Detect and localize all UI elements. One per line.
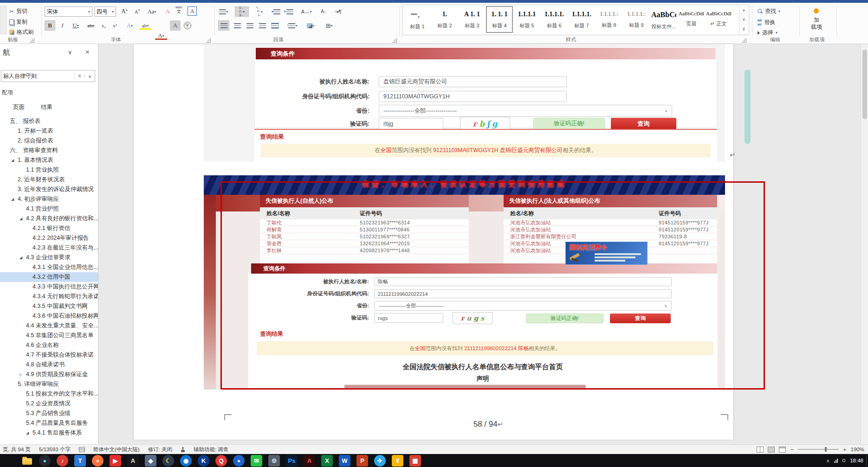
nav-item[interactable]: ◢4.2 具有良好的银行资信和... [0, 214, 98, 224]
numbering-button[interactable]: 1⎯2⎯3⎯▾ [235, 6, 249, 17]
style-cell-12[interactable]: AaBbCcDdE↵ 正文 [705, 6, 732, 33]
strikethrough-button[interactable]: abc [84, 20, 97, 31]
shrink-font-button[interactable]: A▾ [132, 6, 143, 17]
replace-button[interactable]: abac替换 [758, 18, 775, 26]
subscript-button[interactable]: x₂ [98, 20, 109, 31]
app-night-icon[interactable]: ☾ [162, 455, 174, 467]
status-track-changes[interactable]: 修订: 关闭 [148, 446, 172, 453]
search-clear-icon[interactable]: × [74, 73, 84, 79]
nav-item[interactable]: 4.2.2 2024年审计报告 [0, 233, 98, 243]
style-cell-8[interactable]: 1.1.1.1.:标题 8 [596, 6, 622, 33]
outline-expanded-icon[interactable]: ◢ [11, 194, 14, 204]
character-border-button[interactable]: A [188, 6, 197, 16]
zoom-percentage[interactable]: 190% [851, 447, 864, 452]
vertical-scrollbar[interactable] [861, 44, 868, 444]
app-settings-icon[interactable]: ⚙ [268, 455, 280, 467]
app-excel-icon[interactable]: X [321, 455, 333, 467]
change-case-button[interactable]: Aa▾ [145, 6, 159, 17]
outline-expanded-icon[interactable]: ◢ [26, 428, 29, 438]
nav-item[interactable]: 4.5 非集团公司三商黑名单 [0, 331, 98, 340]
font-size-combo[interactable]: 四号▾ [94, 6, 116, 17]
clock[interactable]: 18:48 [850, 458, 863, 463]
app-media-dark-icon[interactable]: ● [39, 455, 51, 467]
nav-item[interactable]: 六、 资格审查资料 [0, 146, 98, 155]
font-name-combo[interactable]: 宋体▾ [45, 6, 92, 17]
style-cell-4[interactable]: 1. 1. 1标题 4 [486, 6, 513, 33]
app-acrobat-icon[interactable]: A [304, 455, 315, 467]
underline-button[interactable]: U▾ [69, 20, 83, 31]
distribute-button[interactable] [269, 20, 280, 31]
nav-item[interactable]: 5.1 投标文件的文字水平和... [0, 389, 98, 399]
nav-item[interactable]: 4.2.3 在最近三年没有与... [0, 243, 98, 253]
style-cell-9[interactable]: 1.1.1.1.:标题 9 [623, 6, 650, 33]
app-telegram-icon[interactable]: ✈ [374, 455, 386, 467]
app-globe-k-icon[interactable]: K [198, 455, 209, 467]
nav-item[interactable]: 4.3.4 无行贿犯罪行为承诺 [0, 292, 98, 301]
nav-item[interactable]: 1. 开标一览表 [0, 126, 98, 136]
outline-expanded-icon[interactable]: ◢ [19, 253, 22, 262]
status-page-info[interactable]: 页, 共 94 页 [3, 446, 31, 453]
asian-layout-button[interactable]: A↔▾ [299, 6, 314, 17]
app-music-red-icon[interactable]: ♪ [57, 455, 68, 467]
nav-item[interactable]: 4.3.5 中国裁判文书网 [0, 301, 98, 311]
network-icon[interactable] [834, 459, 838, 463]
outline-expanded-icon[interactable]: ◢ [19, 214, 22, 224]
format-painter-button[interactable]: 格式刷 [9, 28, 33, 36]
status-accessibility[interactable]: 辅助功能: 调查 [194, 446, 228, 453]
embedded-screenshot-2[interactable]: 信贷、市场准入、资质认定等方面受到信用惩戒 失信被执行人(自然人)公布 姓名/名… [204, 175, 725, 390]
styles-gallery-scroll[interactable]: ▴ ▾ ⊽ [739, 6, 748, 34]
app-word-icon[interactable]: W [339, 455, 350, 467]
app-q-music-icon[interactable]: Q [215, 455, 227, 467]
increase-indent-button[interactable]: ▸ [283, 6, 294, 17]
bullets-button[interactable]: ▾ [218, 6, 229, 17]
bold-button[interactable]: B [45, 20, 55, 31]
gallery-down-icon[interactable]: ▾ [739, 15, 748, 25]
nav-item[interactable]: 2. 近年财务状况表 [0, 175, 98, 185]
volume-icon[interactable] [842, 459, 845, 462]
align-center-button[interactable] [232, 20, 243, 31]
character-shading-button[interactable]: A [170, 20, 181, 31]
nav-item[interactable]: 4.2.1 银行资信 [0, 224, 98, 233]
nav-item[interactable]: 4.3.1 全国企业信用信息... [0, 262, 98, 272]
status-language[interactable]: 简体中文(中国大陆) [93, 446, 140, 453]
copy-button[interactable]: 复制 [9, 18, 27, 26]
outline-expanded-icon[interactable]: ◢ [11, 155, 14, 165]
nav-item[interactable]: 3. 近年发生的诉讼及仲裁情况 [0, 185, 98, 194]
nav-item[interactable]: 5.2 企业资质情况 [0, 399, 98, 409]
app-remote-icon[interactable]: ▦ [409, 455, 421, 467]
app-firefox-icon[interactable]: ● [92, 455, 104, 467]
italic-button[interactable]: I [57, 20, 68, 31]
select-button[interactable]: 选择▾ [758, 29, 777, 37]
style-cell-10[interactable]: AaBbCc投标文件... [650, 6, 677, 33]
file-explorer-icon[interactable] [21, 455, 33, 467]
styles-dialog-launcher-icon[interactable] [742, 38, 746, 43]
nav-item[interactable]: 4.3.6 中国石油招标投标网 [0, 311, 98, 321]
embedded-screenshot-1[interactable]: 查询条件 被执行人姓名/名称: 身份证号码/组织机构代码: 省份: ------… [204, 44, 725, 161]
tray-chevron-icon[interactable]: ∧ [826, 458, 829, 463]
justify-button[interactable] [257, 20, 268, 31]
app-powerpoint-icon[interactable]: P [356, 455, 368, 467]
nav-item[interactable]: ▷4.9 供货期及投标保证金 [0, 370, 98, 379]
cut-button[interactable]: ✂剪切 [9, 7, 27, 15]
nav-item[interactable]: 1.1 营业执照 [0, 165, 98, 175]
zoom-in-button[interactable]: + [843, 446, 847, 453]
read-mode-icon[interactable] [757, 447, 764, 453]
style-cell-2[interactable]: 1.标题 2 [431, 6, 458, 33]
phonetic-guide-button[interactable]: wén文 [175, 6, 182, 14]
paragraph-dialog-launcher-icon[interactable] [392, 38, 397, 43]
clear-formatting-button[interactable]: A [162, 6, 173, 17]
font-dialog-launcher-icon[interactable] [206, 38, 211, 43]
decrease-indent-button[interactable]: ◂ [270, 6, 281, 17]
nav-item[interactable]: 5. 详细评审响应 [0, 379, 98, 389]
nav-item[interactable]: ◢1. 基本情况表 [0, 155, 98, 165]
nav-item[interactable]: ◢4. 初步评审响应 [0, 194, 98, 204]
nav-collapse-icon[interactable]: ∨ [68, 49, 72, 56]
style-cell-1[interactable]: 一、标题 1 [404, 6, 431, 33]
style-cell-11[interactable]: AaBbCcDdEe页眉 [678, 6, 705, 33]
style-cell-7[interactable]: 1.1.1.1.标题 7 [568, 6, 595, 33]
nav-item[interactable]: 5.4 产品质量及售后服务 [0, 418, 98, 428]
nav-item[interactable]: 4.4 未发生重大质量、安全... [0, 321, 98, 331]
text-effects-button[interactable]: A▾ [123, 20, 136, 31]
status-word-count[interactable]: 5/13593 个字 [39, 446, 71, 453]
addins-button[interactable]: 加载项 [806, 17, 827, 31]
